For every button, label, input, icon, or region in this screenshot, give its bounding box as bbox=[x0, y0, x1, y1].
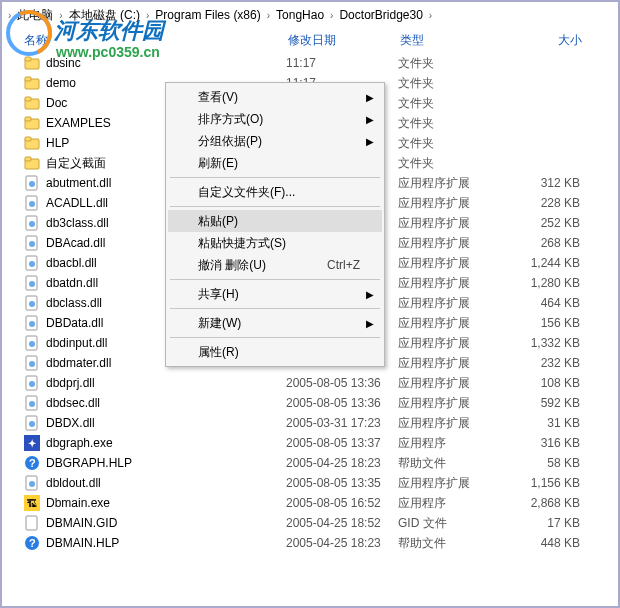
crumb-pf86[interactable]: Program Files (x86) bbox=[151, 6, 264, 24]
svg-text:?: ? bbox=[29, 457, 36, 469]
menu-item[interactable]: 共享(H)▶ bbox=[168, 283, 382, 305]
menu-item[interactable]: 排序方式(O)▶ bbox=[168, 108, 382, 130]
file-name: dbgraph.exe bbox=[46, 436, 286, 450]
dll-icon bbox=[24, 275, 40, 291]
col-type[interactable]: 类型 bbox=[400, 32, 520, 49]
menu-item[interactable]: 粘贴快捷方式(S) bbox=[168, 232, 382, 254]
menu-item[interactable]: 新建(W)▶ bbox=[168, 312, 382, 334]
svg-point-27 bbox=[29, 321, 35, 327]
svg-point-33 bbox=[29, 381, 35, 387]
folder-icon bbox=[24, 75, 40, 91]
menu-item-label: 自定义文件夹(F)... bbox=[198, 184, 360, 201]
file-row[interactable]: DBMAIN.GID2005-04-25 18:52GID 文件17 KB bbox=[2, 513, 618, 533]
menu-item[interactable]: 分组依据(P)▶ bbox=[168, 130, 382, 152]
context-menu[interactable]: 查看(V)▶排序方式(O)▶分组依据(P)▶刷新(E)自定义文件夹(F)...粘… bbox=[165, 82, 385, 367]
file-type: 应用程序扩展 bbox=[398, 315, 518, 332]
file-date: 2005-08-05 16:52 bbox=[286, 496, 398, 510]
menu-item-label: 属性(R) bbox=[198, 344, 360, 361]
menu-separator bbox=[170, 308, 380, 309]
crumb-doctorbridge[interactable]: DoctorBridge30 bbox=[335, 6, 426, 24]
col-name[interactable]: 名称 bbox=[24, 32, 288, 49]
dll-icon bbox=[24, 295, 40, 311]
crumb-pc[interactable]: 此电脑 bbox=[13, 5, 57, 26]
menu-item[interactable]: 撤消 删除(U)Ctrl+Z bbox=[168, 254, 382, 276]
dll-icon bbox=[24, 475, 40, 491]
file-name: DBGRAPH.HLP bbox=[46, 456, 286, 470]
file-date: 2005-08-05 13:37 bbox=[286, 436, 398, 450]
file-type: 文件夹 bbox=[398, 115, 518, 132]
crumb-tonghao[interactable]: TongHao bbox=[272, 6, 328, 24]
menu-separator bbox=[170, 337, 380, 338]
chevron-right-icon: › bbox=[144, 10, 151, 21]
file-size: 448 KB bbox=[518, 536, 588, 550]
svg-point-23 bbox=[29, 281, 35, 287]
file-row[interactable]: dbldout.dll2005-08-05 13:35应用程序扩展1,156 K… bbox=[2, 473, 618, 493]
file-type: 帮助文件 bbox=[398, 455, 518, 472]
chevron-right-icon: ▶ bbox=[366, 318, 374, 329]
menu-item-label: 共享(H) bbox=[198, 286, 360, 303]
svg-text:?: ? bbox=[29, 537, 36, 549]
dll-icon bbox=[24, 255, 40, 271]
menu-item-label: 撤消 删除(U) bbox=[198, 257, 327, 274]
crumb-drive[interactable]: 本地磁盘 (C:) bbox=[65, 5, 144, 26]
file-row[interactable]: ?DBMAIN.HLP2005-04-25 18:23帮助文件448 KB bbox=[2, 533, 618, 553]
file-size: 232 KB bbox=[518, 356, 588, 370]
folder-icon bbox=[24, 135, 40, 151]
file-row[interactable]: 🏗Dbmain.exe2005-08-05 16:52应用程序2,868 KB bbox=[2, 493, 618, 513]
column-headers: 名称 修改日期 类型 大小 bbox=[2, 28, 618, 53]
menu-item[interactable]: 查看(V)▶ bbox=[168, 86, 382, 108]
exe1-icon: ✦ bbox=[24, 435, 40, 451]
folder-icon bbox=[24, 55, 40, 71]
menu-item-label: 查看(V) bbox=[198, 89, 360, 106]
col-size[interactable]: 大小 bbox=[520, 32, 590, 49]
breadcrumb[interactable]: › 此电脑 › 本地磁盘 (C:) › Program Files (x86) … bbox=[2, 2, 618, 28]
file-size: 1,332 KB bbox=[518, 336, 588, 350]
file-row[interactable]: ?DBGRAPH.HLP2005-04-25 18:23帮助文件58 KB bbox=[2, 453, 618, 473]
menu-item-label: 排序方式(O) bbox=[198, 111, 360, 128]
menu-item-label: 新建(W) bbox=[198, 315, 360, 332]
menu-item-label: 粘贴快捷方式(S) bbox=[198, 235, 360, 252]
menu-item[interactable]: 粘贴(P) bbox=[168, 210, 382, 232]
file-type: 文件夹 bbox=[398, 55, 518, 72]
menu-item[interactable]: 自定义文件夹(F)... bbox=[168, 181, 382, 203]
svg-point-35 bbox=[29, 401, 35, 407]
file-row[interactable]: ✦dbgraph.exe2005-08-05 13:37应用程序316 KB bbox=[2, 433, 618, 453]
file-size: 592 KB bbox=[518, 396, 588, 410]
svg-point-21 bbox=[29, 261, 35, 267]
file-row[interactable]: dbdsec.dll2005-08-05 13:36应用程序扩展592 KB bbox=[2, 393, 618, 413]
svg-point-31 bbox=[29, 361, 35, 367]
file-type: 应用程序 bbox=[398, 495, 518, 512]
file-size: 58 KB bbox=[518, 456, 588, 470]
dll-icon bbox=[24, 315, 40, 331]
chevron-right-icon: ▶ bbox=[366, 92, 374, 103]
file-row[interactable]: DBDX.dll2005-03-31 17:23应用程序扩展31 KB bbox=[2, 413, 618, 433]
file-size: 228 KB bbox=[518, 196, 588, 210]
file-name: DBMAIN.GID bbox=[46, 516, 286, 530]
chevron-right-icon: › bbox=[427, 10, 434, 21]
file-type: 应用程序扩展 bbox=[398, 215, 518, 232]
file-name: dbldout.dll bbox=[46, 476, 286, 490]
file-name: Dbmain.exe bbox=[46, 496, 286, 510]
file-date: 2005-08-05 13:35 bbox=[286, 476, 398, 490]
file-type: 应用程序扩展 bbox=[398, 295, 518, 312]
file-date: 2005-04-25 18:52 bbox=[286, 516, 398, 530]
svg-rect-9 bbox=[25, 137, 31, 141]
menu-item[interactable]: 属性(R) bbox=[168, 341, 382, 363]
file-date: 11:17 bbox=[286, 56, 398, 70]
folder-icon bbox=[24, 115, 40, 131]
file-type: 应用程序 bbox=[398, 435, 518, 452]
file-size: 312 KB bbox=[518, 176, 588, 190]
menu-item-label: 刷新(E) bbox=[198, 155, 360, 172]
file-type: 文件夹 bbox=[398, 155, 518, 172]
file-row[interactable]: dbdprj.dll2005-08-05 13:36应用程序扩展108 KB bbox=[2, 373, 618, 393]
col-date[interactable]: 修改日期 bbox=[288, 32, 400, 49]
chevron-right-icon: ▶ bbox=[366, 289, 374, 300]
menu-separator bbox=[170, 279, 380, 280]
file-type: 应用程序扩展 bbox=[398, 195, 518, 212]
file-type: 文件夹 bbox=[398, 95, 518, 112]
dll-icon bbox=[24, 355, 40, 371]
file-date: 2005-04-25 18:23 bbox=[286, 456, 398, 470]
chevron-right-icon: › bbox=[328, 10, 335, 21]
file-row[interactable]: dbsinc11:17文件夹 bbox=[2, 53, 618, 73]
menu-item[interactable]: 刷新(E) bbox=[168, 152, 382, 174]
